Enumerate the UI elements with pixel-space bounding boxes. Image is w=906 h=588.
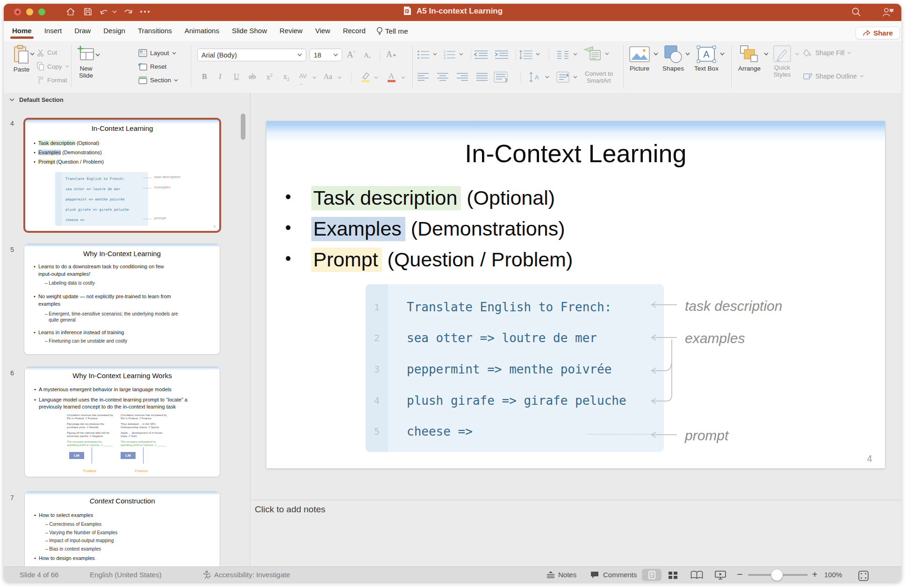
decrease-indent-icon[interactable] bbox=[474, 50, 488, 60]
format-button[interactable]: Format bbox=[36, 76, 67, 84]
font-color-button[interactable]: A bbox=[385, 71, 397, 83]
align-left-icon[interactable] bbox=[417, 72, 429, 82]
subscript-button[interactable]: x2 bbox=[283, 72, 289, 82]
justify-icon[interactable] bbox=[476, 72, 488, 82]
picture-button[interactable]: Picture bbox=[626, 45, 653, 72]
numbered-list-dropdown-icon[interactable] bbox=[459, 53, 463, 56]
format-painter-icon bbox=[36, 76, 44, 84]
cut-button[interactable]: Cut bbox=[36, 49, 57, 57]
new-slide-button[interactable]: NewSlide bbox=[74, 45, 98, 79]
character-spacing-dropdown-icon bbox=[312, 76, 316, 79]
align-text-vertical-icon[interactable] bbox=[556, 72, 569, 83]
thumb-slide-5[interactable]: Why In-Context Learning •Learns to do a … bbox=[24, 244, 220, 354]
section-header[interactable]: Default Section bbox=[9, 96, 64, 103]
columns-dropdown-icon[interactable] bbox=[573, 53, 577, 56]
thumb7-title: Context Construction bbox=[25, 497, 220, 505]
quick-styles-button[interactable]: QuickStyles bbox=[769, 45, 795, 78]
bold-button[interactable]: B bbox=[202, 72, 207, 81]
change-case-button[interactable]: Aa bbox=[324, 72, 332, 81]
increase-indent-icon[interactable] bbox=[495, 50, 509, 60]
copy-button[interactable]: Copy bbox=[36, 62, 69, 71]
thumb5-bullet-line: •No weight update — not explicitly pre-t… bbox=[38, 294, 171, 299]
align-right-icon[interactable] bbox=[456, 72, 468, 82]
language-button[interactable]: English (United States) bbox=[90, 571, 161, 579]
shapes-dropdown-icon[interactable] bbox=[685, 52, 690, 56]
arrange-icon bbox=[739, 45, 760, 64]
bullet-list-icon[interactable] bbox=[417, 50, 430, 60]
decrease-font-button[interactable]: Av bbox=[364, 51, 371, 59]
superscript-button[interactable]: x2 bbox=[266, 72, 273, 81]
highlight-color-button[interactable] bbox=[359, 71, 371, 83]
fit-slide-to-window-icon[interactable] bbox=[858, 570, 869, 581]
distribute-text-icon[interactable] bbox=[494, 72, 508, 83]
text-direction-dropdown-icon[interactable] bbox=[545, 76, 549, 79]
arrange-dropdown-icon[interactable] bbox=[764, 52, 769, 56]
zoom-out-button[interactable]: − bbox=[737, 570, 743, 579]
notes-toggle-icon bbox=[546, 571, 555, 579]
notes-toggle-button[interactable]: Notes bbox=[558, 571, 576, 579]
zoom-in-button[interactable]: + bbox=[812, 570, 818, 579]
line-spacing-icon[interactable] bbox=[519, 50, 533, 60]
smartart-dropdown-icon[interactable] bbox=[605, 52, 609, 55]
text-box-dropdown-icon[interactable] bbox=[720, 52, 725, 56]
columns-icon[interactable] bbox=[556, 50, 569, 60]
bullet-list-dropdown-icon[interactable] bbox=[433, 53, 437, 56]
comments-toggle-button[interactable]: Comments bbox=[603, 571, 637, 579]
picture-dropdown-icon[interactable] bbox=[654, 52, 658, 56]
slide-bullet-1[interactable]: •Task description (Optional) bbox=[311, 186, 555, 209]
text-direction-icon[interactable]: A bbox=[528, 72, 541, 83]
layout-button[interactable]: Layout bbox=[138, 49, 176, 57]
thumb-slide-4[interactable]: In-Context Learning •Task description (O… bbox=[23, 118, 221, 233]
accessibility-status-button[interactable]: Accessibility: Investigate bbox=[214, 571, 290, 579]
notes-panel[interactable] bbox=[251, 500, 901, 566]
cut-icon bbox=[36, 49, 44, 57]
align-text-dropdown-icon[interactable] bbox=[573, 76, 577, 79]
font-color-dropdown-icon bbox=[401, 76, 405, 79]
paste-button[interactable]: Paste bbox=[9, 45, 34, 73]
thumb4-page-number: 4 bbox=[214, 225, 216, 228]
slide-sorter-view-icon[interactable] bbox=[668, 571, 678, 579]
reset-button[interactable]: Reset bbox=[138, 63, 166, 71]
clear-formatting-button[interactable]: A✦ bbox=[386, 50, 396, 59]
slideshow-view-icon[interactable] bbox=[715, 571, 726, 580]
font-size-select[interactable]: 18 bbox=[309, 49, 342, 61]
numbered-list-icon[interactable]: 123 bbox=[443, 50, 456, 60]
section-button[interactable]: Section bbox=[138, 76, 178, 84]
slide-title[interactable]: In-Context Learning bbox=[266, 139, 885, 168]
quick-styles-icon bbox=[773, 45, 791, 63]
slide-counter: Slide 4 of 66 bbox=[20, 571, 58, 579]
shape-outline-button[interactable]: Shape Outline bbox=[803, 72, 864, 80]
zoom-slider-knob[interactable] bbox=[771, 569, 783, 581]
thumb7-sub-bullet-line: – Impact of input-output mapping bbox=[45, 538, 114, 543]
increase-font-button[interactable]: A^ bbox=[347, 50, 355, 60]
strikethrough-button[interactable]: ab bbox=[249, 72, 256, 81]
smartart-icon[interactable] bbox=[583, 46, 602, 62]
new-slide-dropdown-icon[interactable] bbox=[95, 53, 100, 57]
align-center-icon[interactable] bbox=[437, 72, 449, 82]
zoom-level[interactable]: 100% bbox=[824, 571, 842, 579]
thumbnail-scrollbar[interactable] bbox=[241, 114, 245, 140]
notes-placeholder[interactable]: Click to add notes bbox=[255, 504, 325, 515]
arrange-button[interactable]: Arrange bbox=[736, 45, 763, 72]
paste-dropdown-icon[interactable] bbox=[30, 52, 35, 56]
annotation-arrows bbox=[647, 294, 687, 444]
thumb-slide-6[interactable]: Why In-Context Learning Works •A mysteri… bbox=[25, 367, 220, 477]
code-line-4: plush girafe => girafe peluche bbox=[407, 394, 626, 408]
underline-button[interactable]: U bbox=[234, 72, 239, 81]
font-name-select[interactable]: Arial (Body) bbox=[197, 49, 306, 61]
convert-smartart-button[interactable]: Convert toSmartArt bbox=[578, 70, 620, 84]
thumb6-bullet-line: previously learned concept to do the in-… bbox=[39, 404, 176, 409]
slide-bullet-3[interactable]: •Prompt (Question / Problem) bbox=[311, 248, 573, 271]
thumb6-label: Finance bbox=[135, 469, 148, 473]
italic-button[interactable]: I bbox=[219, 72, 221, 81]
quick-styles-dropdown-icon[interactable] bbox=[795, 52, 799, 56]
reading-view-icon[interactable] bbox=[690, 571, 703, 580]
line-spacing-dropdown-icon[interactable] bbox=[536, 53, 540, 56]
font-color-icon: A bbox=[385, 71, 397, 83]
slide-bullet-2[interactable]: •Examples (Demonstrations) bbox=[311, 217, 565, 240]
character-spacing-button[interactable]: AV↔ bbox=[299, 72, 307, 86]
shapes-button[interactable]: Shapes bbox=[660, 45, 686, 72]
text-box-button[interactable]: A Text Box bbox=[692, 45, 721, 72]
shape-fill-button[interactable]: Shape Fill bbox=[803, 49, 851, 57]
normal-view-button[interactable] bbox=[642, 569, 662, 581]
